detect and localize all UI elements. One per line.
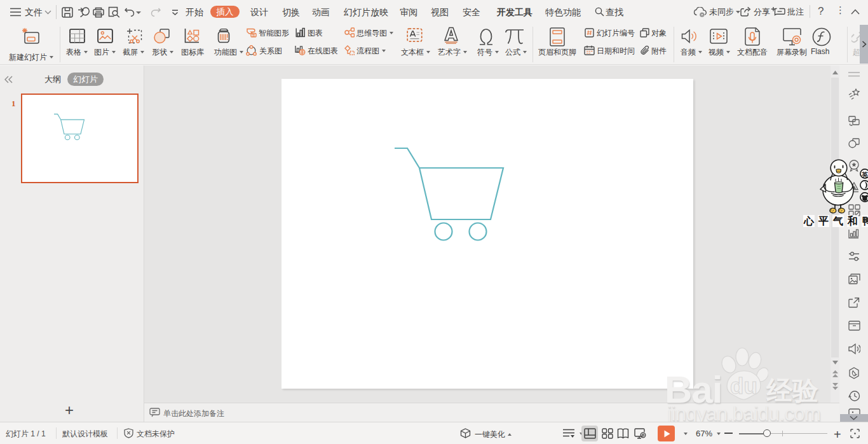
svg-text:英: 英 <box>861 171 868 178</box>
svg-text:du: du <box>730 373 757 398</box>
